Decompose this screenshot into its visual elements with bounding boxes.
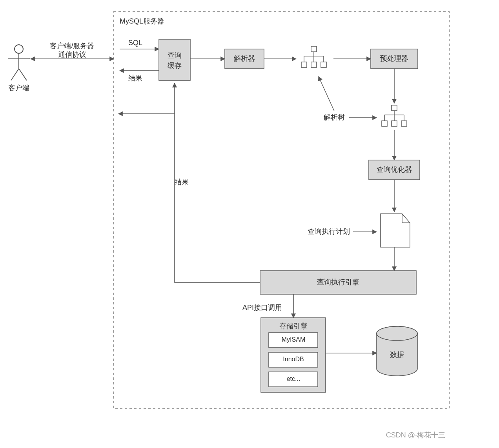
svg-point-0 — [15, 45, 23, 53]
engine-1-label: InnoDB — [283, 356, 304, 362]
engine-0-label: MyISAM — [282, 336, 305, 343]
query-cache-box — [159, 39, 190, 80]
svg-rect-5 — [311, 46, 317, 52]
parse-tree-icon-2 — [382, 105, 407, 126]
svg-rect-7 — [311, 62, 317, 67]
svg-rect-16 — [392, 121, 397, 126]
result-label-2: 结果 — [175, 178, 189, 186]
storage-engine-label: 存储引擎 — [279, 322, 308, 330]
svg-line-3 — [11, 69, 19, 80]
optimizer-label: 查询优化器 — [377, 166, 412, 173]
preprocessor-label: 预处理器 — [380, 55, 408, 62]
cache-line1: 查询 — [168, 51, 182, 59]
protocol-line2: 通信协议 — [58, 51, 86, 58]
api-call-label: API接口调用 — [242, 304, 282, 311]
svg-rect-15 — [382, 121, 387, 126]
cache-line2: 缓存 — [168, 62, 182, 69]
sql-label: SQL — [128, 39, 142, 47]
parse-tree-label: 解析树 — [324, 113, 345, 121]
svg-line-4 — [19, 69, 27, 80]
data-label: 数据 — [390, 351, 404, 359]
svg-rect-8 — [321, 62, 326, 67]
parse-tree-pointer-1 — [319, 76, 334, 111]
exec-engine-label: 查询执行引擎 — [317, 278, 359, 286]
svg-rect-17 — [401, 121, 407, 126]
parser-label: 解析器 — [234, 55, 255, 62]
parse-tree-icon-1 — [301, 46, 326, 67]
exec-plan-label: 查询执行计划 — [308, 228, 350, 235]
engine-2-label: etc... — [287, 375, 300, 382]
protocol-line1: 客户端/服务器 — [50, 42, 94, 50]
svg-point-24 — [377, 326, 417, 341]
svg-rect-6 — [301, 62, 307, 67]
exec-plan-icon — [381, 214, 410, 247]
client-label: 客户端 — [8, 84, 29, 92]
server-title: MySQL服务器 — [120, 17, 164, 25]
svg-rect-14 — [392, 105, 397, 111]
watermark: CSDN @·梅花十三 — [386, 431, 445, 439]
result-label-1: 结果 — [128, 74, 142, 82]
client-icon — [8, 45, 30, 80]
